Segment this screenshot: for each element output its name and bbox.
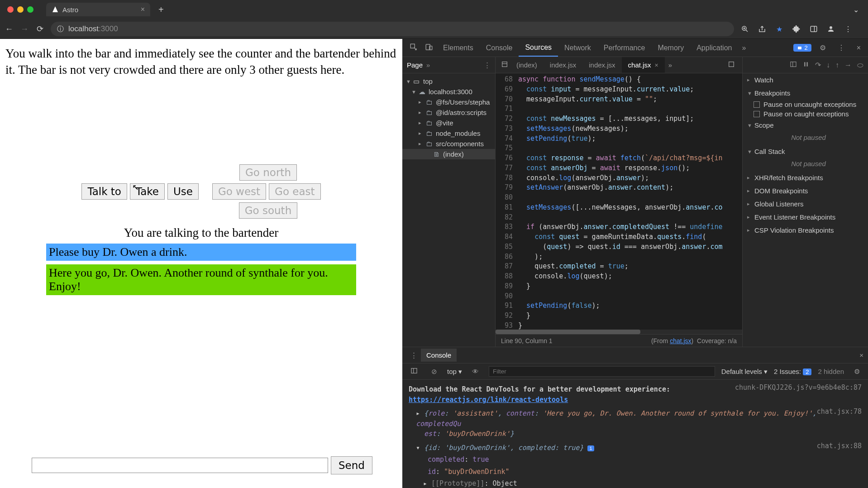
- tree-host[interactable]: ▼☁localhost:3000: [402, 86, 495, 97]
- close-tab-icon[interactable]: ×: [141, 5, 145, 14]
- source-map-link[interactable]: chat.jsx: [670, 337, 691, 344]
- issues-summary[interactable]: 2 Issues: 2: [774, 368, 811, 375]
- breakpoint-option[interactable]: Pause on uncaught exceptions: [743, 100, 868, 109]
- debug-pane-xhr-fetch-breakpoints[interactable]: ▸XHR/fetch Breakpoints: [743, 171, 868, 184]
- devtools-menu-icon[interactable]: ⋮: [834, 43, 849, 52]
- source-link[interactable]: chunk-DFKQJ226.js?v=9e6b4e8c:87: [735, 383, 862, 393]
- file-tab[interactable]: chat.jsx×: [622, 57, 665, 73]
- horizontal-scrollbar[interactable]: [496, 330, 742, 334]
- tree-folder[interactable]: ▸🗀@vite: [402, 118, 495, 128]
- debug-pane-watch[interactable]: ▸Watch: [743, 73, 868, 86]
- breakpoint-option[interactable]: Pause on caught exceptions: [743, 109, 868, 119]
- console-filter-input[interactable]: [489, 366, 715, 377]
- console-tab[interactable]: Console: [421, 349, 457, 362]
- window-close-button[interactable]: [7, 6, 14, 13]
- share-icon[interactable]: [758, 24, 767, 33]
- debug-pane-scope[interactable]: ▼Scope: [743, 119, 868, 132]
- use-button[interactable]: Use: [167, 183, 199, 200]
- console-object[interactable]: ▸ {role: 'assistant', content: 'Here you…: [402, 407, 868, 440]
- tree-folder[interactable]: ▸🗀src/components: [402, 139, 495, 149]
- close-devtools-icon[interactable]: ×: [853, 44, 864, 52]
- code-editor[interactable]: 68 69 70 71 72 73 74 75 76 77 78 79 80 8…: [496, 73, 742, 334]
- devtools-tab-console[interactable]: Console: [480, 39, 519, 57]
- debug-pane-global-listeners[interactable]: ▸Global Listeners: [743, 197, 868, 211]
- debug-pane-event-listener-breakpoints[interactable]: ▸Event Listener Breakpoints: [743, 211, 868, 224]
- bookmark-star-icon[interactable]: ★: [775, 24, 784, 33]
- profile-avatar-icon[interactable]: [826, 24, 835, 33]
- file-tab[interactable]: index.jsx: [582, 57, 621, 73]
- file-list-icon[interactable]: [499, 61, 510, 69]
- back-button[interactable]: ←: [5, 24, 14, 34]
- url-field[interactable]: ⓘ localhost:3000: [51, 22, 734, 36]
- side-panel-icon[interactable]: [809, 24, 818, 33]
- deactivate-breakpoints-icon[interactable]: ⬭: [857, 61, 863, 69]
- debug-pane-call-stack[interactable]: ▼Call Stack: [743, 145, 868, 158]
- go-north-button[interactable]: Go north: [239, 164, 297, 181]
- more-navigator-tabs-icon[interactable]: »: [423, 61, 430, 69]
- devtools-tab-memory[interactable]: Memory: [651, 39, 690, 57]
- new-tab-button[interactable]: +: [154, 5, 168, 15]
- send-button[interactable]: Send: [331, 456, 372, 474]
- close-drawer-icon[interactable]: ×: [859, 351, 863, 359]
- tree-folder[interactable]: ▸🗀node_modules: [402, 128, 495, 139]
- go-south-button[interactable]: Go south: [239, 202, 297, 219]
- pause-icon[interactable]: [802, 61, 810, 70]
- site-info-icon[interactable]: ⓘ: [57, 25, 64, 33]
- more-file-tabs-icon[interactable]: »: [665, 61, 676, 69]
- devtools-tab-network[interactable]: Network: [558, 39, 597, 57]
- devtools-tab-application[interactable]: Application: [690, 39, 738, 57]
- browser-tab[interactable]: Astro ×: [46, 3, 150, 16]
- info-icon[interactable]: i: [587, 445, 594, 451]
- talk-to-button[interactable]: Talk to: [81, 183, 127, 200]
- console-object-expanded[interactable]: ▾ {id: 'buyDrOwenDrink', completed: true…: [402, 442, 868, 454]
- clear-console-icon[interactable]: ⊘: [428, 368, 441, 376]
- step-into-icon[interactable]: ↓: [826, 61, 830, 69]
- console-settings-gear-icon[interactable]: ⚙: [850, 368, 863, 376]
- reload-button[interactable]: ⟳: [35, 24, 44, 34]
- log-levels-dropdown[interactable]: Default levels ▾: [721, 368, 768, 376]
- file-tab[interactable]: index.jsx: [544, 57, 582, 73]
- window-minimize-button[interactable]: [17, 6, 24, 13]
- live-expression-icon[interactable]: 👁: [468, 368, 482, 375]
- debug-pane-breakpoints[interactable]: ▼Breakpoints: [743, 86, 868, 100]
- inspect-element-icon[interactable]: [406, 43, 421, 53]
- settings-gear-icon[interactable]: ⚙: [816, 43, 830, 52]
- page-tab[interactable]: Page: [407, 61, 423, 69]
- debug-pane-dom-breakpoints[interactable]: ▸DOM Breakpoints: [743, 184, 868, 197]
- source-link[interactable]: chat.jsx:88: [817, 441, 862, 451]
- zoom-icon[interactable]: [740, 24, 749, 33]
- issues-badge[interactable]: 2: [793, 44, 811, 52]
- object-prototype[interactable]: ▸ [[Prototype]]: Object: [402, 478, 868, 488]
- tree-file-index[interactable]: 🗎(index): [402, 149, 495, 159]
- device-toggle-icon[interactable]: [421, 43, 437, 53]
- toggle-sidebar-icon[interactable]: [790, 61, 797, 70]
- go-east-button[interactable]: Go east: [269, 183, 320, 200]
- window-maximize-button[interactable]: [27, 6, 33, 13]
- more-tabs-icon[interactable]: »: [738, 44, 749, 52]
- extensions-icon[interactable]: [792, 24, 801, 33]
- source-link[interactable]: chat.jsx:78: [817, 407, 862, 417]
- close-file-tab-icon[interactable]: ×: [654, 62, 658, 69]
- menu-icon[interactable]: ⋮: [844, 24, 853, 33]
- console-menu-icon[interactable]: ⋮: [407, 351, 421, 359]
- toggle-console-sidebar-icon[interactable]: [407, 367, 421, 376]
- step-out-icon[interactable]: ↑: [835, 61, 839, 69]
- devtools-tab-elements[interactable]: Elements: [437, 39, 480, 57]
- devtools-tab-sources[interactable]: Sources: [519, 39, 558, 57]
- execution-context[interactable]: top ▾: [447, 368, 462, 376]
- devtools-tab-performance[interactable]: Performance: [597, 39, 652, 57]
- tree-root[interactable]: ▼▭top: [402, 76, 495, 86]
- debug-pane-csp-violation-breakpoints[interactable]: ▸CSP Violation Breakpoints: [743, 224, 868, 237]
- go-west-button[interactable]: Go west: [212, 183, 266, 200]
- react-devtools-link[interactable]: https://reactjs.org/link/react-devtools: [409, 396, 568, 404]
- tree-folder[interactable]: ▸🗀@id/astro:scripts: [402, 107, 495, 118]
- chat-input[interactable]: [32, 458, 328, 473]
- pretty-print-icon[interactable]: [724, 61, 739, 69]
- step-over-icon[interactable]: ↷: [815, 61, 821, 69]
- forward-button[interactable]: →: [20, 24, 29, 34]
- navigator-menu-icon[interactable]: ⋮: [484, 61, 491, 69]
- chevron-down-icon[interactable]: ⌄: [853, 5, 863, 14]
- step-icon[interactable]: →: [844, 61, 852, 69]
- file-tab[interactable]: (index): [510, 57, 544, 73]
- tree-folder[interactable]: ▸🗀@fs/Users/stepha: [402, 97, 495, 107]
